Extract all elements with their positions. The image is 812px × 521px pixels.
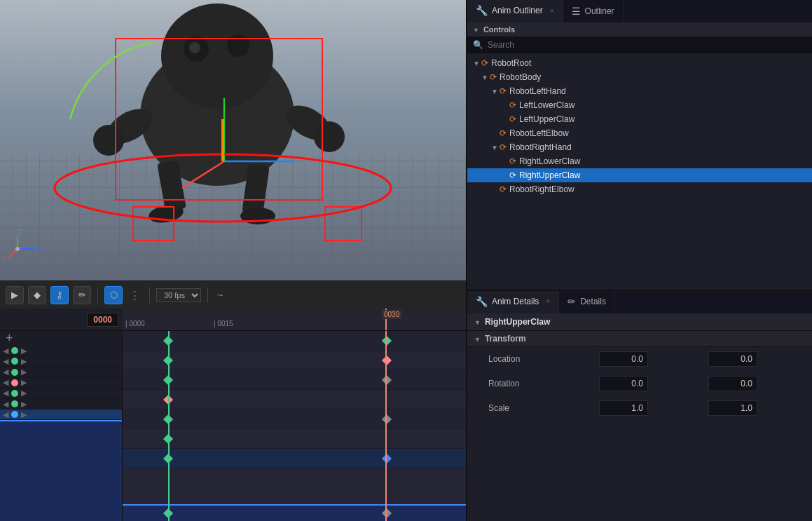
separator-1: [97, 287, 98, 303]
track-arrow-1[interactable]: ◀: [3, 346, 8, 356]
arrow-robot-root: ▼: [473, 60, 481, 67]
kf-track-5: [123, 410, 466, 429]
tree-item-robot-body[interactable]: ▼ ⟳ RobotBody: [467, 70, 812, 84]
kf-track-2: [123, 351, 466, 370]
tree-item-robot-left-elbow[interactable]: ⟳ RobotLeftElbow: [467, 126, 812, 140]
curve-button[interactable]: ~: [214, 287, 226, 302]
track-dot-5: [11, 390, 18, 397]
tab-details[interactable]: ✏ Details: [559, 291, 615, 313]
track-list: + ◀ ▶ ◀ ▶ ◀: [0, 331, 123, 521]
label-right-lower-claw: RightLowerClaw: [519, 156, 580, 166]
tab-anim-outliner[interactable]: 🔧 Anim Outliner ×: [467, 0, 563, 22]
track-forward-6[interactable]: ▶: [21, 400, 27, 409]
keyframe-7b[interactable]: [382, 454, 392, 464]
timeline-toolbar: ▶ ◆ ⚷ ✏ ⬡ ⋮ 30 fps ~: [0, 280, 466, 309]
tree-item-right-lower-claw[interactable]: ⟳ RightLowerClaw: [467, 154, 812, 168]
rotation-x-input[interactable]: [599, 376, 648, 391]
details-tab-label: Details: [580, 297, 606, 306]
anim-details-icon: 🔧: [476, 296, 488, 307]
bone-icon-right-upper-claw: ⟳: [509, 170, 516, 180]
more-button[interactable]: ⋮: [127, 287, 143, 303]
scale-row: Scale: [467, 395, 812, 420]
label-robot-right-elbow: RobotRightElbow: [509, 184, 574, 194]
location-x-input[interactable]: [599, 351, 648, 367]
snap-button[interactable]: ⬡: [104, 286, 123, 304]
track-dot-1: [11, 347, 18, 354]
anim-outliner-close[interactable]: ×: [550, 7, 554, 15]
controls-section-header[interactable]: Controls: [467, 22, 812, 37]
scale-y-input[interactable]: [708, 400, 757, 416]
timeline-track-labels: 0000: [0, 309, 123, 330]
keyframe-3b[interactable]: [382, 375, 392, 385]
keyframe-bottom-b[interactable]: [382, 508, 392, 518]
tree-item-left-lower-claw[interactable]: ⟳ LeftLowerClaw: [467, 98, 812, 112]
svg-text:X: X: [37, 246, 41, 253]
track-dot-7: [11, 411, 18, 418]
bone-icon-left-elbow: ⟳: [500, 128, 507, 138]
key-button[interactable]: ◆: [28, 286, 46, 304]
keyframe-1b[interactable]: [382, 336, 392, 346]
svg-text:Y: Y: [2, 256, 6, 263]
bone-icon-left-upper-claw: ⟳: [509, 114, 516, 124]
track-forward-4[interactable]: ▶: [21, 378, 27, 387]
anim-outliner-icon: 🔧: [476, 5, 488, 16]
track-arrow-7[interactable]: ◀: [3, 410, 8, 419]
play-button[interactable]: ▶: [6, 286, 24, 304]
selected-bone-label: RightUpperClaw: [485, 317, 550, 327]
bone-icon-root: ⟳: [481, 58, 488, 68]
tree-item-robot-right-hand[interactable]: ▼ ⟳ RobotRightHand: [467, 140, 812, 154]
track-dot-4: [11, 379, 18, 386]
kf-track-6: [123, 429, 466, 449]
timeline-ruler-container[interactable]: | 0000 | 0015 0030: [123, 309, 466, 330]
search-input[interactable]: [488, 40, 806, 50]
orange-playhead: [385, 331, 387, 521]
details-icon: ✏: [567, 296, 576, 307]
tree-item-robot-root[interactable]: ▼ ⟳ RobotRoot: [467, 56, 812, 70]
track-row-2: ◀ ▶: [0, 356, 122, 367]
track-arrow-3[interactable]: ◀: [3, 367, 8, 377]
track-forward-5[interactable]: ▶: [21, 388, 27, 398]
track-arrow-6[interactable]: ◀: [3, 400, 8, 409]
fps-selector[interactable]: 30 fps: [156, 288, 201, 302]
tree-item-right-upper-claw[interactable]: ⟳ RightUpperClaw: [467, 168, 812, 182]
track-arrow-5[interactable]: ◀: [3, 388, 8, 398]
viewport[interactable]: X Z Y: [0, 0, 466, 280]
tab-outliner[interactable]: ☰ Outliner: [563, 0, 624, 22]
arrow-robot-right-hand: ▼: [491, 144, 500, 151]
rotation-row: Rotation: [467, 371, 812, 395]
track-arrow-2[interactable]: ◀: [3, 357, 8, 366]
track-forward-1[interactable]: ▶: [21, 346, 27, 356]
keyframe-5b[interactable]: [382, 414, 392, 424]
details-panel: 🔧 Anim Details × ✏ Details RightUpperCla…: [467, 290, 812, 522]
keyframe-area[interactable]: [123, 331, 466, 521]
tree-item-robot-right-elbow[interactable]: ⟳ RobotRightElbow: [467, 182, 812, 196]
outliner-tab-label: Outliner: [585, 6, 614, 16]
right-panel: 🔧 Anim Outliner × ☰ Outliner Controls 🔍 …: [466, 0, 812, 521]
label-robot-body: RobotBody: [500, 72, 541, 82]
scale-x-input[interactable]: [599, 400, 648, 416]
svg-point-24: [15, 247, 20, 251]
anim-details-close[interactable]: ×: [546, 297, 550, 305]
auto-key-button[interactable]: ⚷: [50, 286, 69, 304]
track-forward-3[interactable]: ▶: [21, 367, 27, 377]
anim-outliner-tabs: 🔧 Anim Outliner × ☰ Outliner: [467, 0, 812, 22]
track-forward-7[interactable]: ▶: [21, 410, 27, 419]
rotation-y-input[interactable]: [708, 376, 757, 391]
track-dot-3: [11, 369, 18, 376]
tree-item-robot-left-hand[interactable]: ▼ ⟳ RobotLeftHand: [467, 84, 812, 98]
svg-point-1: [161, 4, 273, 109]
track-dot-2: [11, 358, 18, 365]
track-forward-2[interactable]: ▶: [21, 357, 27, 366]
pencil-button[interactable]: ✏: [73, 286, 91, 304]
add-track-button[interactable]: +: [0, 331, 122, 346]
tree-item-left-upper-claw[interactable]: ⟳ LeftUpperClaw: [467, 112, 812, 126]
search-bar: 🔍: [467, 37, 812, 53]
track-arrow-4[interactable]: ◀: [3, 378, 8, 387]
anim-details-tab-label: Anim Details: [492, 297, 539, 306]
transform-section-header[interactable]: Transform: [467, 331, 812, 347]
location-label: Location: [467, 347, 593, 372]
transform-table: Location Rotation: [467, 347, 812, 421]
tab-anim-details[interactable]: 🔧 Anim Details ×: [467, 291, 559, 313]
keyframe-2b[interactable]: [382, 356, 392, 365]
location-y-input[interactable]: [708, 351, 757, 367]
